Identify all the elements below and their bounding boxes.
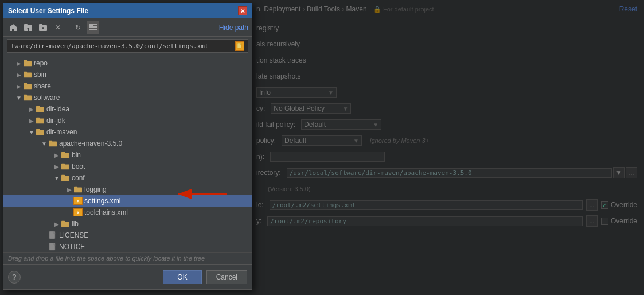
tree-arrow-logging: ▶ — [65, 185, 73, 193]
tree-label-apache-maven: apache-maven-3.5.0 — [59, 139, 122, 148]
tree-label-settings-xml: settings.xml — [84, 197, 120, 205]
ok-button[interactable]: OK — [163, 270, 201, 284]
dialog-titlebar: Select User Settings File ✕ — [3, 3, 252, 18]
drag-hint-text: Drag and drop a file into the space abov… — [3, 252, 252, 264]
svg-rect-5 — [91, 24, 93, 26]
view-toggle-button[interactable] — [87, 21, 99, 34]
tree-item-bin[interactable]: ▶ bin — [3, 149, 252, 161]
path-bar: tware/dir-maven/apache-maven-3.5.0/conf/… — [7, 39, 248, 53]
svg-rect-35 — [74, 187, 77, 189]
home-button[interactable] — [7, 21, 19, 34]
svg-rect-23 — [36, 118, 40, 120]
tree-label-dir-jdk: dir-jdk — [46, 117, 65, 125]
svg-rect-37 — [61, 221, 65, 223]
tree-label-conf: conf — [72, 174, 85, 182]
dialog-close-button[interactable]: ✕ — [238, 6, 247, 15]
tree-label-dir-idea: dir-idea — [46, 105, 69, 113]
folder-icon-software — [23, 94, 32, 101]
svg-rect-15 — [24, 72, 27, 74]
svg-rect-4 — [89, 24, 91, 26]
svg-rect-29 — [61, 152, 65, 154]
svg-rect-39 — [49, 243, 55, 250]
file-tree[interactable]: ▶ repo ▶ sbin ▶ — [3, 55, 252, 252]
hide-path-button[interactable]: Hide path — [219, 24, 248, 32]
tree-item-repo[interactable]: ▶ repo — [3, 57, 252, 69]
tree-arrow-share: ▶ — [15, 82, 23, 90]
folder-icon-boot — [61, 163, 70, 170]
path-bar-file-icon — [235, 41, 244, 51]
tree-arrow-conf: ▼ — [53, 174, 61, 182]
dialog-toolbar: ✕ ↻ Hide path — [3, 18, 252, 37]
footer-buttons: OK Cancel — [163, 270, 247, 284]
tree-item-toolchains-xml[interactable]: ▶ X toolchains.xml — [3, 207, 252, 218]
tree-label-boot: boot — [72, 162, 85, 170]
tree-item-boot[interactable]: ▶ boot — [3, 161, 252, 172]
folder-icon-repo — [23, 60, 32, 67]
svg-rect-6 — [89, 26, 91, 28]
new-folder-button[interactable] — [37, 21, 49, 34]
svg-rect-10 — [89, 29, 97, 30]
tree-label-repo: repo — [34, 59, 48, 67]
tree-item-software[interactable]: ▼ software — [3, 92, 252, 103]
svg-rect-38 — [49, 231, 55, 239]
tree-item-dir-idea[interactable]: ▶ dir-idea — [3, 103, 252, 115]
folder-icon-dir-jdk — [36, 117, 45, 124]
file-icon-settings-xml: X — [73, 197, 83, 205]
tree-item-apache-maven[interactable]: ▼ apache-maven-3.5.0 — [3, 138, 252, 149]
folder-icon-logging — [73, 186, 83, 193]
tree-item-share[interactable]: ▶ share — [3, 80, 252, 92]
tree-item-dir-jdk[interactable]: ▶ dir-jdk — [3, 115, 252, 126]
tree-arrow-repo: ▶ — [15, 59, 23, 67]
refresh-button[interactable]: ↻ — [72, 21, 84, 34]
tree-label-dir-maven: dir-maven — [46, 128, 77, 136]
svg-rect-31 — [61, 164, 65, 166]
svg-rect-25 — [36, 129, 40, 131]
svg-rect-21 — [36, 106, 40, 108]
tree-label-license: LICENSE — [59, 231, 88, 239]
tree-arrow-sbin: ▶ — [15, 71, 23, 79]
tree-arrow-dir-maven: ▼ — [28, 128, 36, 136]
tree-item-lib[interactable]: ▶ lib — [3, 218, 252, 230]
tree-item-settings-xml[interactable]: ▶ X settings.xml — [3, 195, 252, 207]
tree-item-sbin[interactable]: ▶ sbin — [3, 69, 252, 80]
tree-arrow-bin: ▶ — [53, 151, 61, 159]
delete-button[interactable]: ✕ — [52, 21, 64, 34]
tree-item-logging[interactable]: ▶ logging — [3, 184, 252, 195]
svg-rect-17 — [24, 83, 27, 86]
cancel-button[interactable]: Cancel — [206, 270, 247, 284]
tree-arrow-software: ▼ — [15, 94, 23, 102]
folder-up-button[interactable] — [22, 21, 34, 34]
tree-label-logging: logging — [84, 185, 107, 193]
folder-icon-sbin — [23, 71, 32, 78]
help-button[interactable]: ? — [8, 271, 21, 284]
tree-label-software: software — [34, 94, 60, 102]
svg-rect-19 — [24, 95, 27, 97]
tree-label-share: share — [34, 82, 51, 90]
folder-icon-share — [23, 83, 32, 90]
dialog-title: Select User Settings File — [8, 7, 88, 15]
tree-item-notice[interactable]: ▶ NOTICE — [3, 241, 252, 252]
tree-item-conf[interactable]: ▼ conf — [3, 172, 252, 184]
tree-item-dir-maven[interactable]: ▼ dir-maven — [3, 126, 252, 138]
tree-arrow-lib: ▶ — [53, 220, 61, 228]
svg-rect-27 — [49, 141, 52, 143]
tree-arrow-apache-maven: ▼ — [40, 139, 48, 148]
dialog-footer: ? OK Cancel — [3, 264, 252, 289]
tree-label-notice: NOTICE — [59, 243, 85, 251]
svg-rect-3 — [39, 24, 42, 26]
folder-icon-dir-maven — [36, 129, 45, 135]
svg-rect-11 — [237, 43, 241, 48]
toolbar-separator — [68, 22, 68, 33]
svg-rect-7 — [91, 26, 93, 28]
folder-icon-lib — [61, 220, 70, 227]
path-bar-text: tware/dir-maven/apache-maven-3.5.0/conf/… — [11, 42, 233, 50]
svg-rect-8 — [93, 24, 97, 25]
svg-rect-13 — [24, 60, 27, 63]
file-icon-license — [48, 232, 57, 239]
file-icon-notice — [48, 243, 57, 250]
tree-label-toolchains-xml: toolchains.xml — [84, 208, 128, 216]
svg-rect-33 — [61, 175, 65, 177]
tree-item-license[interactable]: ▶ LICENSE — [3, 230, 252, 241]
folder-icon-apache-maven — [48, 140, 57, 147]
file-icon-toolchains-xml: X — [73, 208, 83, 216]
